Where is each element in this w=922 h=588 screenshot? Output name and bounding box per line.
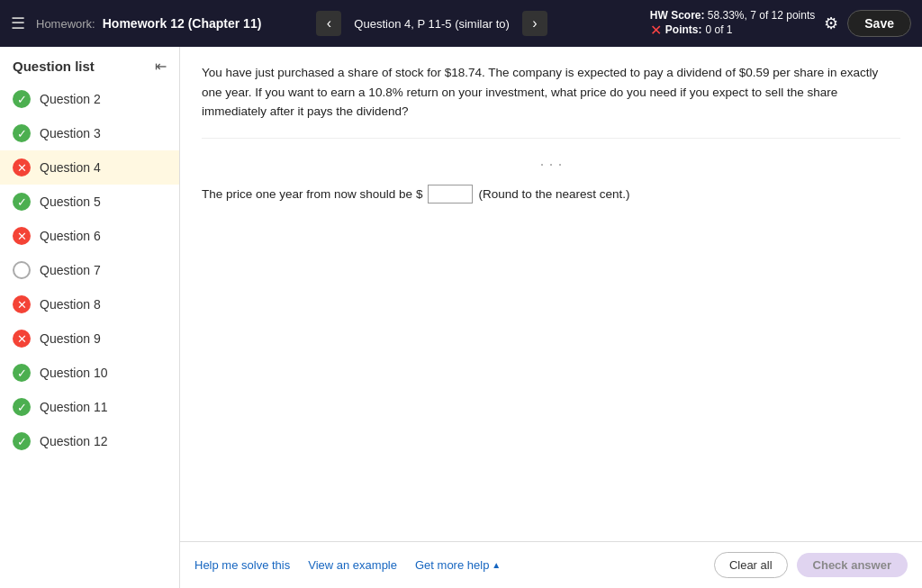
sidebar-item-question-11[interactable]: ✓Question 11 [0,390,179,424]
sidebar-item-question-3[interactable]: ✓Question 3 [0,116,179,150]
answer-input[interactable] [428,185,473,204]
sidebar-item-question-7[interactable]: Question 7 [0,253,179,287]
bottom-left: Help me solve this View an example Get m… [194,558,501,572]
sidebar-item-label-11: Question 11 [40,400,108,414]
sidebar-header: Question list ⇤ [0,47,179,82]
status-icon-question-3: ✓ [13,124,31,142]
sidebar-item-question-9[interactable]: ✕Question 9 [0,321,179,356]
status-icon-question-2: ✓ [13,90,31,108]
prev-question-button[interactable]: ‹ [316,11,341,36]
header-right: HW Score: 58.33%, 7 of 12 points ✕ Point… [650,9,911,39]
hw-score: HW Score: 58.33%, 7 of 12 points ✕ Point… [650,9,815,39]
collapse-sidebar-button[interactable]: ⇤ [155,58,167,75]
divider: · · · [202,155,900,174]
question-area: You have just purchased a share of stock… [180,47,922,588]
sidebar-item-label-12: Question 12 [40,434,108,448]
homework-label: Homework: [36,17,95,31]
question-nav: ‹ Question 4, P 11-5 (similar to) › [316,11,547,36]
sidebar-item-label-9: Question 9 [40,331,101,346]
round-note: (Round to the nearest cent.) [478,187,629,201]
sidebar-title: Question list [13,59,95,74]
sidebar-items: ✓Question 2✓Question 3✕Question 4✓Questi… [0,82,179,458]
main-area: Question list ⇤ ✓Question 2✓Question 3✕Q… [0,47,922,588]
sidebar-item-label-2: Question 2 [40,92,101,106]
status-icon-question-7 [13,261,31,279]
clear-all-button[interactable]: Clear all [714,552,788,578]
sidebar-item-label-3: Question 3 [40,126,101,140]
next-question-button[interactable]: › [522,11,547,36]
sidebar-item-question-10[interactable]: ✓Question 10 [0,356,179,390]
get-more-help-label: Get more help [415,558,489,572]
sidebar-item-label-5: Question 5 [40,194,101,209]
sidebar-item-question-5[interactable]: ✓Question 5 [0,185,179,219]
sidebar-item-question-2[interactable]: ✓Question 2 [0,82,179,116]
answer-prefix: The price one year from now should be $ [202,187,422,201]
question-content: You have just purchased a share of stock… [180,47,922,541]
status-icon-question-9: ✕ [13,330,31,348]
get-more-help-button[interactable]: Get more help ▲ [415,558,501,572]
status-icon-question-12: ✓ [13,432,31,450]
sidebar-item-question-12[interactable]: ✓Question 12 [0,424,179,458]
homework-title: Homework 12 (Chapter 11) [103,16,262,31]
sidebar-item-label-4: Question 4 [40,160,101,175]
sidebar-item-label-6: Question 6 [40,229,101,243]
sidebar-item-label-8: Question 8 [40,297,101,312]
status-icon-question-10: ✓ [13,364,31,382]
sidebar-item-question-8[interactable]: ✕Question 8 [0,287,179,321]
sidebar: Question list ⇤ ✓Question 2✓Question 3✕Q… [0,47,180,588]
sidebar-item-label-7: Question 7 [40,263,101,277]
settings-button[interactable]: ⚙ [824,14,838,33]
view-example-button[interactable]: View an example [308,558,397,572]
sidebar-item-question-4[interactable]: ✕Question 4 [0,150,179,185]
question-text: You have just purchased a share of stock… [202,63,900,139]
chevron-up-icon: ▲ [492,560,501,570]
status-icon-question-8: ✕ [13,295,31,313]
bottom-right: Clear all Check answer [714,552,908,578]
status-icon-question-5: ✓ [13,193,31,211]
points-x-icon: ✕ [650,22,662,39]
sidebar-item-question-6[interactable]: ✕Question 6 [0,219,179,253]
header: ☰ Homework: Homework 12 (Chapter 11) ‹ Q… [0,0,922,47]
status-icon-question-11: ✓ [13,398,31,416]
answer-line: The price one year from now should be $ … [202,185,900,204]
help-solve-button[interactable]: Help me solve this [194,558,290,572]
sidebar-item-label-10: Question 10 [40,366,108,380]
status-icon-question-4: ✕ [13,158,31,176]
menu-icon[interactable]: ☰ [11,14,25,33]
status-icon-question-6: ✕ [13,227,31,245]
question-label: Question 4, P 11-5 (similar to) [345,17,518,31]
check-answer-button[interactable]: Check answer [797,553,908,577]
bottom-bar: Help me solve this View an example Get m… [180,541,922,588]
save-button[interactable]: Save [847,10,911,37]
